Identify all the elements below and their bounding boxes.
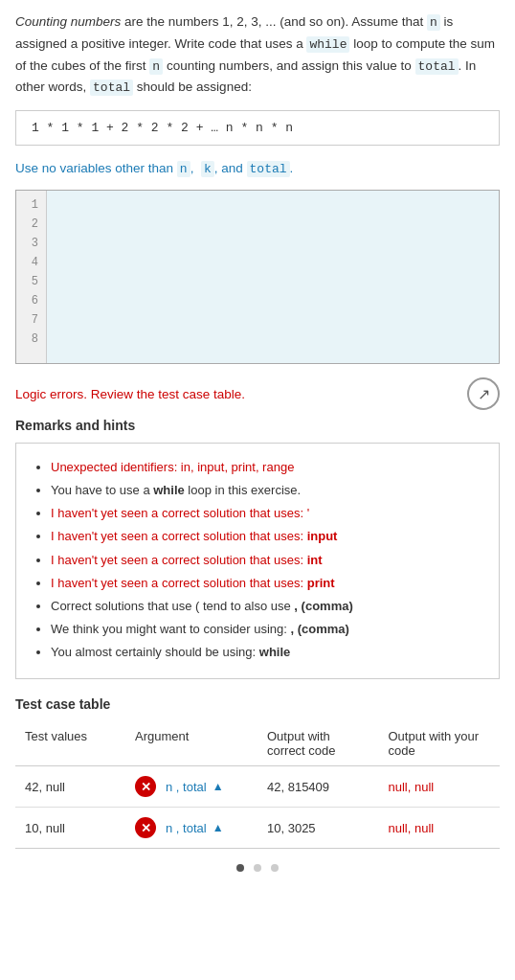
line-2: 2 bbox=[24, 216, 38, 235]
formula-text: 1 * 1 * 1 + 2 * 2 * 2 + … n * n * n bbox=[32, 121, 293, 135]
hint-item-4: I haven't yet seen a correct solution th… bbox=[51, 526, 483, 547]
hint-item-9: You almost certainly should be using: wh… bbox=[51, 642, 483, 663]
hint-item-6: I haven't yet seen a correct solution th… bbox=[51, 573, 483, 594]
line-numbers: 1 2 3 4 5 6 7 8 bbox=[16, 191, 47, 363]
problem-description: Counting numbers are the numbers 1, 2, 3… bbox=[15, 11, 500, 176]
hint-item-5: I haven't yet seen a correct solution th… bbox=[51, 550, 483, 571]
hints-section: Remarks and hints Unexpected identifiers… bbox=[15, 418, 500, 679]
page-dot-1 bbox=[236, 864, 244, 872]
line-1: 1 bbox=[24, 196, 38, 216]
error-row: Logic errors. Review the test case table… bbox=[15, 377, 500, 410]
table-row: 10, null ✕ n , total ▲ 10, 3025 null, nu… bbox=[15, 808, 500, 849]
row1-triangle-icon: ▲ bbox=[213, 780, 224, 793]
header-test-values: Test values bbox=[15, 721, 125, 766]
table-header-row: Test values Argument Output with correct… bbox=[15, 721, 500, 766]
row2-arg-cell: ✕ n , total ▲ bbox=[135, 817, 248, 838]
var-n2: n bbox=[149, 58, 163, 75]
header-argument: Argument bbox=[125, 721, 258, 766]
hint-5-text: I haven't yet seen a correct solution th… bbox=[51, 553, 323, 567]
hint-5-bold: int bbox=[307, 553, 323, 567]
hint-8-text: We think you might want to consider usin… bbox=[51, 622, 349, 636]
formula-display: 1 * 1 * 1 + 2 * 2 * 2 + … n * n * n bbox=[15, 110, 500, 146]
test-table-section: Test case table Test values Argument Out… bbox=[15, 696, 500, 849]
hint-8-bold: , (comma) bbox=[291, 622, 349, 636]
expand-icon-symbol: ↗ bbox=[478, 385, 490, 403]
table-row: 42, null ✕ n , total ▲ 42, 815409 null, … bbox=[15, 766, 500, 808]
while-keyword: while bbox=[306, 36, 349, 53]
problem-intro: Counting numbers are the numbers 1, 2, 3… bbox=[15, 11, 500, 99]
hints-box: Unexpected identifiers: in, input, print… bbox=[15, 443, 500, 679]
row2-argument: ✕ n , total ▲ bbox=[125, 808, 258, 849]
hint-6-bold: print bbox=[307, 576, 335, 590]
line-8: 8 bbox=[24, 330, 38, 350]
hint-6-text: I haven't yet seen a correct solution th… bbox=[51, 576, 335, 590]
line-5: 5 bbox=[24, 273, 38, 292]
row2-output-correct: 10, 3025 bbox=[258, 808, 379, 849]
test-table-title: Test case table bbox=[15, 696, 500, 712]
line-4: 4 bbox=[24, 254, 38, 273]
row1-output-correct: 42, 815409 bbox=[258, 766, 379, 808]
var-n: n bbox=[427, 14, 440, 31]
row1-test-values: 42, null bbox=[15, 766, 125, 808]
row1-arg-link[interactable]: n , total bbox=[166, 780, 207, 794]
hint-7-text: Correct solutions that use ( tend to als… bbox=[51, 599, 353, 613]
row1-argument: ✕ n , total ▲ bbox=[125, 766, 258, 808]
hint-item-8: We think you might want to consider usin… bbox=[51, 619, 483, 640]
hints-title: Remarks and hints bbox=[15, 418, 500, 433]
expand-button[interactable]: ↗ bbox=[467, 377, 500, 410]
page-dot-3 bbox=[271, 864, 279, 872]
hint-item-2: You have to use a while loop in this exe… bbox=[51, 480, 483, 501]
constraint-total: total bbox=[247, 161, 290, 177]
hint-9-bold: while bbox=[259, 645, 291, 659]
row2-triangle-icon: ▲ bbox=[213, 821, 224, 834]
constraint-n: n bbox=[177, 161, 190, 177]
row1-output-yours: null, null bbox=[379, 766, 501, 808]
row2-output-yours: null, null bbox=[379, 808, 501, 849]
line-3: 3 bbox=[24, 235, 38, 254]
var-total: total bbox=[415, 58, 459, 75]
line-7: 7 bbox=[24, 311, 38, 330]
hint-4-text: I haven't yet seen a correct solution th… bbox=[51, 529, 337, 543]
error-message: Logic errors. Review the test case table… bbox=[15, 387, 245, 401]
row2-test-values: 10, null bbox=[15, 808, 125, 849]
header-output-yours: Output with your code bbox=[379, 721, 501, 766]
hint-2-text: You have to use a while loop in this exe… bbox=[51, 483, 301, 497]
row1-error-badge: ✕ bbox=[135, 776, 156, 797]
hints-list: Unexpected identifiers: in, input, print… bbox=[32, 457, 483, 663]
hint-item-1: Unexpected identifiers: in, input, print… bbox=[51, 457, 483, 478]
constraint-text: Use no variables other than n, k, and to… bbox=[15, 161, 500, 176]
hint-3-text: I haven't yet seen a correct solution th… bbox=[51, 506, 309, 520]
hint-item-7: Correct solutions that use ( tend to als… bbox=[51, 596, 483, 617]
hint-4-bold: input bbox=[307, 529, 338, 543]
code-editor[interactable]: 1 2 3 4 5 6 7 8 bbox=[15, 190, 500, 364]
row1-arg-cell: ✕ n , total ▲ bbox=[135, 776, 248, 797]
var-total2: total bbox=[90, 80, 133, 96]
constraint-k: k bbox=[201, 161, 214, 177]
row2-arg-link[interactable]: n , total bbox=[166, 821, 207, 835]
hint-7-bold: , (comma) bbox=[294, 599, 352, 613]
row2-error-badge: ✕ bbox=[135, 817, 156, 838]
test-table: Test values Argument Output with correct… bbox=[15, 721, 500, 849]
page-dots bbox=[15, 860, 500, 875]
hint-9-text: You almost certainly should be using: wh… bbox=[51, 645, 290, 659]
hint-item-3: I haven't yet seen a correct solution th… bbox=[51, 503, 483, 524]
pagination bbox=[15, 860, 500, 875]
page-dot-2 bbox=[254, 864, 261, 872]
header-output-correct: Output with correct code bbox=[258, 721, 379, 766]
counting-numbers-em: Counting numbers bbox=[15, 14, 121, 29]
code-textarea[interactable] bbox=[47, 191, 499, 363]
hint-1-text: Unexpected identifiers: in, input, print… bbox=[51, 460, 294, 474]
hint-2-bold: while bbox=[153, 483, 185, 497]
line-6: 6 bbox=[24, 292, 38, 311]
